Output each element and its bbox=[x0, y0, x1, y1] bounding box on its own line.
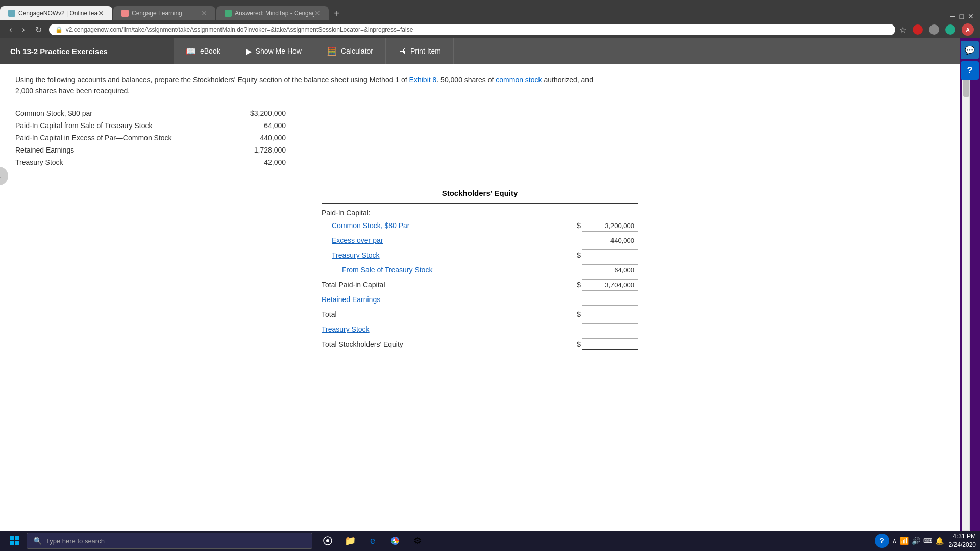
data-value-2: 64,000 bbox=[209, 121, 286, 130]
tab-label-3: Answered: MindTap - Cengage L... bbox=[235, 10, 314, 17]
settings-button[interactable]: ⚙ bbox=[408, 532, 427, 550]
tab-close-1[interactable]: ✕ bbox=[98, 9, 104, 17]
calculator-icon: 🧮 bbox=[327, 46, 337, 56]
data-value-4: 1,728,000 bbox=[209, 146, 286, 154]
network-icon[interactable]: 📶 bbox=[900, 537, 909, 545]
total-wrapper: $ bbox=[577, 309, 638, 320]
retained-earnings-input[interactable] bbox=[582, 294, 638, 306]
chat-help-button[interactable]: 💬 bbox=[961, 41, 979, 59]
edge-button[interactable]: e bbox=[363, 532, 382, 550]
question-icon: ? bbox=[967, 65, 973, 76]
forward-button[interactable]: › bbox=[19, 24, 28, 35]
keyboard-icon[interactable]: ⌨ bbox=[923, 537, 932, 544]
app-title: Ch 13-2 Practice Exercises bbox=[0, 38, 174, 64]
help-center-icon[interactable]: ? bbox=[875, 534, 889, 548]
dollar-sign-4: $ bbox=[577, 310, 581, 318]
back-button[interactable]: ‹ bbox=[6, 24, 15, 35]
calculator-button[interactable]: 🧮 Calculator bbox=[314, 38, 386, 64]
time-display: 4:31 PM 2/24/2020 bbox=[949, 532, 976, 549]
url-bar[interactable]: 🔒 v2.cengagenow.com/ilrn/takeAssignment/… bbox=[49, 24, 895, 35]
treasury-stock-input-1[interactable] bbox=[582, 249, 638, 261]
retained-earnings-form-label[interactable]: Retained Earnings bbox=[322, 295, 582, 304]
treasury-stock-deduct-wrapper bbox=[582, 323, 638, 335]
excess-over-par-input[interactable] bbox=[582, 235, 638, 246]
treasury-stock-paid-in-label[interactable]: Treasury Stock bbox=[322, 251, 577, 259]
file-explorer-button[interactable]: 📁 bbox=[341, 532, 359, 550]
print-item-button[interactable]: 🖨 Print Item bbox=[386, 38, 454, 64]
search-icon: 🔍 bbox=[33, 537, 42, 545]
data-label-5: Treasury Stock bbox=[15, 158, 209, 166]
maximize-button[interactable]: □ bbox=[960, 12, 964, 20]
retained-earnings-form-row: Retained Earnings bbox=[322, 294, 638, 306]
common-stock-row: Common Stock, $80 Par $ bbox=[322, 220, 638, 232]
from-sale-wrapper bbox=[582, 264, 638, 276]
collapse-arrow-button[interactable]: › bbox=[0, 167, 8, 185]
exhibit-link[interactable]: Exhibit 8 bbox=[409, 76, 437, 84]
tab-label-2: Cengage Learning bbox=[132, 10, 182, 17]
dollar-sign-5: $ bbox=[577, 340, 581, 348]
notification-area[interactable]: ? ∧ 📶 🔊 ⌨ 🔔 bbox=[875, 534, 944, 548]
lock-icon: 🔒 bbox=[55, 26, 63, 33]
search-placeholder: Type here to search bbox=[46, 537, 105, 545]
total-paid-in-label: Total Paid-in Capital bbox=[322, 281, 577, 289]
chrome-button[interactable] bbox=[386, 532, 404, 550]
new-tab-button[interactable]: + bbox=[330, 6, 344, 20]
task-view-button[interactable] bbox=[318, 532, 337, 550]
tab-label-1: CengageNOWv2 | Online teachin... bbox=[18, 10, 98, 17]
excess-over-par-row: Excess over par bbox=[322, 235, 638, 246]
minimize-button[interactable]: ─ bbox=[950, 12, 955, 20]
treasury-stock-input-2[interactable] bbox=[582, 323, 638, 335]
from-sale-row: From Sale of Treasury Stock bbox=[322, 264, 638, 276]
tab-active[interactable]: CengageNOWv2 | Online teachin... ✕ bbox=[0, 6, 112, 20]
data-row-5: Treasury Stock 42,000 bbox=[15, 156, 944, 168]
svg-rect-1 bbox=[15, 536, 19, 540]
from-sale-label[interactable]: From Sale of Treasury Stock bbox=[322, 266, 582, 274]
close-window-button[interactable]: ✕ bbox=[968, 12, 974, 20]
total-stockholders-label: Total Stockholders' Equity bbox=[322, 340, 577, 348]
data-value-3: 440,000 bbox=[209, 134, 286, 142]
ebook-button[interactable]: 📖 eBook bbox=[174, 38, 233, 64]
tab-close-2[interactable]: ✕ bbox=[201, 9, 207, 17]
from-sale-input[interactable] bbox=[582, 264, 638, 276]
main-content: Ch 13-2 Practice Exercises 📖 eBook ▶ Sho… bbox=[0, 38, 960, 531]
treasury-stock-deduct-label[interactable]: Treasury Stock bbox=[322, 325, 582, 333]
taskbar-search[interactable]: 🔍 Type here to search bbox=[27, 533, 312, 549]
dollar-sign-3: $ bbox=[577, 281, 581, 289]
data-value-5: 42,000 bbox=[209, 158, 286, 166]
print-icon: 🖨 bbox=[398, 46, 406, 56]
dollar-sign-2: $ bbox=[577, 251, 581, 259]
calculator-label: Calculator bbox=[341, 47, 373, 55]
scrollbar[interactable] bbox=[962, 64, 970, 531]
bookmark-icon[interactable]: ☆ bbox=[899, 25, 906, 35]
common-stock-link[interactable]: common stock bbox=[496, 76, 542, 84]
total-paid-in-input[interactable] bbox=[582, 279, 638, 291]
total-stockholders-row: Total Stockholders' Equity $ bbox=[322, 338, 638, 350]
sound-icon[interactable]: 🔊 bbox=[912, 537, 920, 545]
ebook-icon: 📖 bbox=[186, 46, 196, 56]
chevron-up-icon[interactable]: ∧ bbox=[892, 537, 897, 544]
data-value-1: $3,200,000 bbox=[209, 109, 286, 117]
data-row-3: Paid-In Capital in Excess of Par—Common … bbox=[15, 132, 944, 144]
total-stockholders-input[interactable] bbox=[582, 338, 638, 350]
data-row-1: Common Stock, $80 par $3,200,000 bbox=[15, 107, 944, 119]
total-input[interactable] bbox=[582, 309, 638, 320]
intro-text-4: 2,000 shares have been reacquired. bbox=[15, 87, 130, 95]
tab-close-3[interactable]: ✕ bbox=[314, 9, 321, 17]
common-stock-form-label[interactable]: Common Stock, $80 Par bbox=[322, 221, 577, 230]
tab-2[interactable]: Cengage Learning ✕ bbox=[113, 6, 215, 20]
common-stock-input[interactable] bbox=[582, 220, 638, 232]
show-me-how-button[interactable]: ▶ Show Me How bbox=[233, 38, 314, 64]
date: 2/24/2020 bbox=[949, 541, 976, 549]
notification-icon[interactable]: 🔔 bbox=[935, 537, 944, 545]
refresh-button[interactable]: ↻ bbox=[32, 24, 45, 36]
start-button[interactable] bbox=[4, 532, 24, 550]
svg-rect-2 bbox=[10, 541, 14, 545]
common-stock-input-wrapper: $ bbox=[577, 220, 638, 232]
time: 4:31 PM bbox=[949, 532, 976, 541]
intro-text-1: Using the following accounts and balance… bbox=[15, 76, 409, 84]
equity-section: Stockholders' Equity Paid-In Capital: Co… bbox=[322, 184, 638, 350]
tab-3[interactable]: Answered: MindTap - Cengage L... ✕ bbox=[216, 6, 329, 20]
question-help-button[interactable]: ? bbox=[961, 61, 979, 80]
print-item-label: Print Item bbox=[410, 47, 441, 55]
excess-over-par-label[interactable]: Excess over par bbox=[322, 236, 582, 244]
